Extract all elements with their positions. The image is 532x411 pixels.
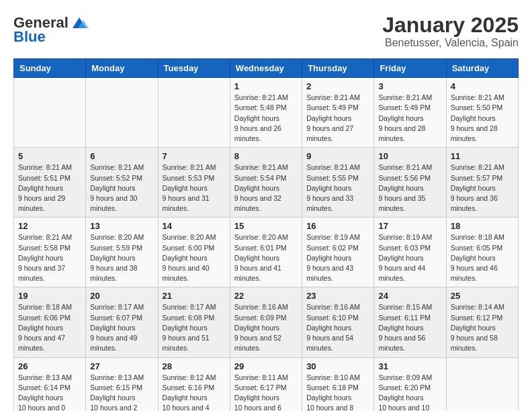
calendar-cell: 23Sunrise: 8:16 AMSunset: 6:10 PMDayligh… [302,287,374,357]
day-number: 12 [18,221,81,231]
day-number: 31 [378,361,441,371]
day-info: Sunrise: 8:21 AMSunset: 5:56 PMDaylight … [378,163,441,214]
page: General Blue January 2025 Benetusser, Va… [0,0,532,411]
calendar-cell [446,357,518,411]
calendar-cell: 25Sunrise: 8:14 AMSunset: 6:12 PMDayligh… [446,287,518,357]
day-info: Sunrise: 8:21 AMSunset: 5:49 PMDaylight … [306,93,369,144]
day-info: Sunrise: 8:16 AMSunset: 6:10 PMDaylight … [306,302,369,353]
calendar-week-row: 5Sunrise: 8:21 AMSunset: 5:51 PMDaylight… [14,148,519,218]
day-info: Sunrise: 8:21 AMSunset: 5:58 PMDaylight … [18,232,81,283]
day-info: Sunrise: 8:20 AMSunset: 5:59 PMDaylight … [90,232,153,283]
day-info: Sunrise: 8:20 AMSunset: 6:00 PMDaylight … [163,232,226,283]
day-number: 1 [234,81,298,91]
day-info: Sunrise: 8:12 AMSunset: 6:16 PMDaylight … [163,373,226,411]
calendar-week-row: 26Sunrise: 8:13 AMSunset: 6:14 PMDayligh… [14,357,519,411]
calendar-cell: 10Sunrise: 8:21 AMSunset: 5:56 PMDayligh… [374,148,446,218]
day-number: 9 [306,151,369,161]
day-info: Sunrise: 8:21 AMSunset: 5:55 PMDaylight … [306,163,369,214]
day-number: 10 [378,151,441,161]
calendar-cell: 24Sunrise: 8:15 AMSunset: 6:11 PMDayligh… [374,287,446,357]
day-info: Sunrise: 8:21 AMSunset: 5:57 PMDaylight … [451,163,514,214]
day-number: 6 [90,151,153,161]
calendar-cell: 12Sunrise: 8:21 AMSunset: 5:58 PMDayligh… [14,218,86,287]
day-number: 17 [378,221,441,231]
calendar-cell [158,78,230,148]
day-number: 27 [90,361,153,371]
calendar-cell: 26Sunrise: 8:13 AMSunset: 6:14 PMDayligh… [14,357,86,411]
weekday-header: Tuesday [158,59,230,78]
day-number: 30 [306,361,369,371]
day-info: Sunrise: 8:21 AMSunset: 5:48 PMDaylight … [234,93,298,144]
calendar-cell: 22Sunrise: 8:16 AMSunset: 6:09 PMDayligh… [230,287,302,357]
logo-icon [70,13,89,32]
day-info: Sunrise: 8:11 AMSunset: 6:17 PMDaylight … [234,373,298,411]
logo-blue: Blue [13,30,46,44]
title-block: January 2025 Benetusser, Valencia, Spain [382,13,519,49]
calendar-cell: 21Sunrise: 8:17 AMSunset: 6:08 PMDayligh… [158,287,230,357]
calendar-cell: 29Sunrise: 8:11 AMSunset: 6:17 PMDayligh… [230,357,302,411]
day-info: Sunrise: 8:18 AMSunset: 6:06 PMDaylight … [18,302,81,353]
day-number: 26 [18,361,81,371]
calendar-week-row: 12Sunrise: 8:21 AMSunset: 5:58 PMDayligh… [14,218,519,287]
day-number: 22 [234,291,298,301]
day-number: 3 [378,81,441,91]
day-info: Sunrise: 8:15 AMSunset: 6:11 PMDaylight … [378,302,441,353]
day-number: 19 [18,291,81,301]
calendar-cell: 13Sunrise: 8:20 AMSunset: 5:59 PMDayligh… [86,218,158,287]
calendar-cell: 11Sunrise: 8:21 AMSunset: 5:57 PMDayligh… [446,148,518,218]
day-info: Sunrise: 8:21 AMSunset: 5:54 PMDaylight … [234,163,298,214]
calendar-subtitle: Benetusser, Valencia, Spain [382,37,519,49]
weekday-header: Wednesday [230,59,302,78]
day-info: Sunrise: 8:19 AMSunset: 6:02 PMDaylight … [306,232,369,283]
day-number: 29 [234,361,298,371]
day-info: Sunrise: 8:14 AMSunset: 6:12 PMDaylight … [451,302,514,353]
day-info: Sunrise: 8:17 AMSunset: 6:08 PMDaylight … [163,302,226,353]
calendar-cell: 9Sunrise: 8:21 AMSunset: 5:55 PMDaylight… [302,148,374,218]
day-info: Sunrise: 8:21 AMSunset: 5:49 PMDaylight … [378,93,441,144]
day-info: Sunrise: 8:17 AMSunset: 6:07 PMDaylight … [90,302,153,353]
day-number: 7 [163,151,226,161]
day-number: 25 [451,291,514,301]
day-info: Sunrise: 8:16 AMSunset: 6:09 PMDaylight … [234,302,298,353]
weekday-header: Sunday [14,59,86,78]
calendar-cell: 4Sunrise: 8:21 AMSunset: 5:50 PMDaylight… [446,78,518,148]
day-number: 11 [451,151,514,161]
day-number: 13 [90,221,153,231]
calendar-cell: 5Sunrise: 8:21 AMSunset: 5:51 PMDaylight… [14,148,86,218]
calendar-cell: 28Sunrise: 8:12 AMSunset: 6:16 PMDayligh… [158,357,230,411]
day-number: 8 [234,151,298,161]
calendar-cell: 19Sunrise: 8:18 AMSunset: 6:06 PMDayligh… [14,287,86,357]
day-info: Sunrise: 8:18 AMSunset: 6:05 PMDaylight … [451,232,514,283]
header: General Blue January 2025 Benetusser, Va… [13,13,519,49]
day-number: 5 [18,151,81,161]
calendar-week-row: 19Sunrise: 8:18 AMSunset: 6:06 PMDayligh… [14,287,519,357]
calendar-cell: 27Sunrise: 8:13 AMSunset: 6:15 PMDayligh… [86,357,158,411]
calendar-cell: 8Sunrise: 8:21 AMSunset: 5:54 PMDaylight… [230,148,302,218]
day-info: Sunrise: 8:10 AMSunset: 6:18 PMDaylight … [306,373,369,411]
logo: General Blue [13,13,89,44]
day-number: 18 [451,221,514,231]
calendar-cell [86,78,158,148]
day-number: 21 [163,291,226,301]
calendar-cell: 30Sunrise: 8:10 AMSunset: 6:18 PMDayligh… [302,357,374,411]
calendar-title: January 2025 [382,13,519,37]
calendar-cell: 31Sunrise: 8:09 AMSunset: 6:20 PMDayligh… [374,357,446,411]
weekday-header: Saturday [446,59,518,78]
calendar-header: SundayMondayTuesdayWednesdayThursdayFrid… [14,59,519,78]
day-info: Sunrise: 8:20 AMSunset: 6:01 PMDaylight … [234,232,298,283]
day-info: Sunrise: 8:13 AMSunset: 6:14 PMDaylight … [18,373,81,411]
day-number: 2 [306,81,369,91]
day-number: 23 [306,291,369,301]
day-info: Sunrise: 8:13 AMSunset: 6:15 PMDaylight … [90,373,153,411]
calendar-cell: 6Sunrise: 8:21 AMSunset: 5:52 PMDaylight… [86,148,158,218]
day-info: Sunrise: 8:21 AMSunset: 5:53 PMDaylight … [163,163,226,214]
day-info: Sunrise: 8:09 AMSunset: 6:20 PMDaylight … [378,373,441,411]
calendar-cell: 14Sunrise: 8:20 AMSunset: 6:00 PMDayligh… [158,218,230,287]
day-number: 14 [163,221,226,231]
day-info: Sunrise: 8:21 AMSunset: 5:51 PMDaylight … [18,163,81,214]
day-number: 4 [451,81,514,91]
calendar-cell: 20Sunrise: 8:17 AMSunset: 6:07 PMDayligh… [86,287,158,357]
weekday-header: Thursday [302,59,374,78]
calendar-table: SundayMondayTuesdayWednesdayThursdayFrid… [13,58,519,411]
weekday-header: Friday [374,59,446,78]
